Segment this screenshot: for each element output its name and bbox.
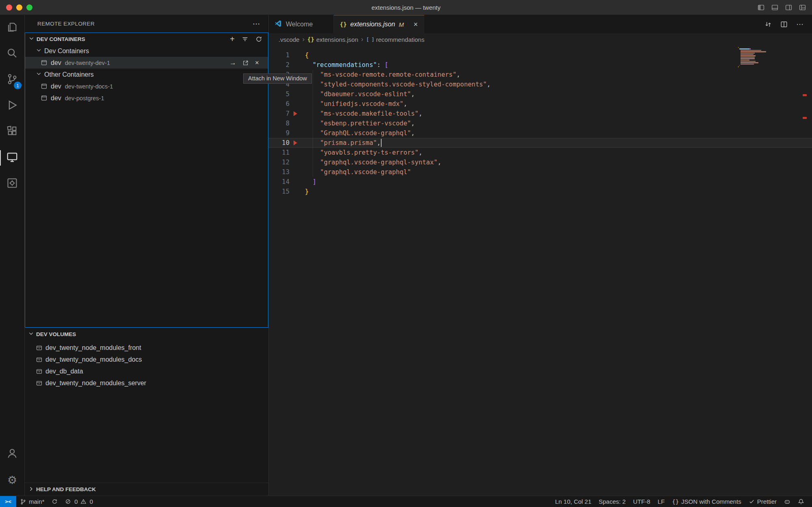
breadcrumb-symbol[interactable]: [ ] recommendations	[366, 36, 425, 43]
zoom-window-button[interactable]	[26, 4, 32, 11]
code-line[interactable]: 5 "dbaeumer.vscode-eslint",	[269, 89, 812, 99]
sidebar-item-dev-containers[interactable]	[0, 171, 24, 197]
filter-list-icon[interactable]	[242, 36, 248, 43]
volume-item[interactable]: dev_twenty_node_modules_server	[25, 377, 268, 389]
volume-item[interactable]: dev_twenty_node_modules_docs	[25, 354, 268, 365]
notifications-item[interactable]	[794, 496, 808, 507]
eol-item[interactable]: LF	[654, 496, 669, 507]
gutter[interactable]	[289, 119, 305, 128]
gutter[interactable]	[289, 157, 305, 167]
tab-welcome[interactable]: Welcome	[269, 15, 334, 33]
gutter[interactable]	[289, 138, 305, 148]
settings-button[interactable]: ⚙	[0, 467, 24, 493]
formatter-item[interactable]: Prettier	[745, 496, 780, 507]
code-line[interactable]: 7 "ms-vscode.makefile-tools",	[269, 109, 812, 119]
dev-containers-pane-header[interactable]: DEV CONTAINERS +	[25, 33, 268, 45]
volume-item[interactable]: dev_twenty_node_modules_front	[25, 342, 268, 354]
dev-volumes-pane-header[interactable]: DEV VOLUMES	[25, 328, 268, 340]
close-window-button[interactable]	[6, 4, 12, 11]
dev-containers-icon	[6, 177, 18, 191]
volume-item[interactable]: dev_db_data	[25, 365, 268, 377]
minimap-token	[758, 62, 758, 63]
sidebar-item-search[interactable]	[0, 41, 24, 67]
code-line[interactable]: 13 "graphql.vscode-graphql"	[269, 167, 812, 177]
code-line[interactable]: 4 "styled-components.vscode-styled-compo…	[269, 80, 812, 89]
remote-indicator[interactable]: ><	[0, 496, 16, 507]
new-dev-container-icon[interactable]: +	[230, 35, 235, 43]
customize-layout-icon[interactable]	[799, 4, 806, 11]
indentation-item[interactable]: Spaces: 2	[595, 496, 630, 507]
volume-label: dev_twenty_node_modules_server	[45, 380, 146, 387]
code-token: "unifiedjs.vscode-mdx"	[320, 99, 403, 109]
sidebar-item-run-debug[interactable]	[0, 93, 24, 119]
gutter[interactable]	[289, 148, 305, 157]
refresh-icon[interactable]	[255, 36, 262, 43]
gutter[interactable]	[289, 177, 305, 187]
close-tab-icon[interactable]: ×	[413, 21, 418, 28]
toggle-secondary-sidebar-icon[interactable]	[785, 4, 793, 11]
code-token: }	[305, 187, 309, 196]
container-item[interactable]: devdev-postgres-1	[25, 92, 268, 104]
gutter[interactable]	[289, 99, 305, 109]
sidebar-more-actions-icon[interactable]: ⋯	[253, 19, 261, 28]
tree-group-dev-containers[interactable]: Dev Containers	[25, 45, 268, 57]
code-line[interactable]: 8 "esbenp.prettier-vscode",	[269, 119, 812, 128]
tree-group-other-containers[interactable]: Other Containers	[25, 69, 268, 80]
code-line[interactable]: 10 "prisma.prisma",	[269, 138, 812, 148]
language-mode-item[interactable]: {} JSON with Comments	[668, 496, 745, 507]
gutter[interactable]	[289, 89, 305, 99]
gutter[interactable]	[289, 187, 305, 196]
gutter[interactable]	[289, 167, 305, 177]
code-line[interactable]: 11 "yoavbls.pretty-ts-errors",	[269, 148, 812, 157]
toggle-panel-icon[interactable]	[771, 4, 779, 11]
minimap-line	[738, 64, 770, 65]
cursor-position-item[interactable]: Ln 10, Col 21	[551, 496, 595, 507]
minimap-token	[741, 61, 755, 62]
overview-ruler-mark	[803, 94, 807, 96]
open-changes-icon[interactable]	[764, 21, 772, 28]
tab-extensions-json[interactable]: {} extensions.json M ×	[334, 15, 424, 33]
container-item[interactable]: devdev-twenty-docs-1	[25, 80, 268, 92]
code-line[interactable]: 12 "graphql.vscode-graphql-syntax",	[269, 157, 812, 167]
code-line[interactable]: 15}	[269, 187, 812, 196]
sidebar-item-source-control[interactable]: 1	[0, 67, 24, 93]
remote-icon: ><	[5, 498, 11, 505]
sidebar-item-explorer[interactable]	[0, 15, 24, 41]
breadcrumb-folder[interactable]: .vscode	[279, 36, 300, 43]
gutter[interactable]	[289, 109, 305, 119]
attach-container-icon[interactable]: →	[229, 59, 236, 67]
code-line[interactable]: 14 ]	[269, 177, 812, 187]
toggle-primary-sidebar-icon[interactable]	[757, 4, 765, 11]
sidebar-item-extensions[interactable]	[0, 119, 24, 145]
sidebar-title: REMOTE EXPLORER	[37, 21, 95, 27]
volume-label: dev_db_data	[45, 368, 83, 375]
activity-bar: 1 ⚙	[0, 15, 25, 496]
copilot-status-item[interactable]	[780, 496, 794, 507]
gutter[interactable]	[289, 128, 305, 138]
minimap-token	[738, 66, 739, 67]
sync-changes-item[interactable]	[48, 496, 61, 507]
stop-container-icon[interactable]: ×	[255, 59, 259, 67]
minimap[interactable]	[738, 47, 770, 68]
help-feedback-pane-header[interactable]: HELP AND FEEDBACK	[25, 483, 268, 496]
code-line[interactable]: 2 "recommendations": [	[269, 60, 812, 70]
problems-item[interactable]: 0 0	[61, 496, 97, 507]
gutter[interactable]	[289, 60, 305, 70]
minimize-window-button[interactable]	[16, 4, 22, 11]
code-line[interactable]: 6 "unifiedjs.vscode-mdx",	[269, 99, 812, 109]
code-editor[interactable]: 1{2 "recommendations": [3 "ms-vscode-rem…	[269, 45, 812, 496]
attach-new-window-icon[interactable]	[242, 60, 249, 66]
split-editor-icon[interactable]	[780, 21, 788, 28]
container-item[interactable]: devdev-twenty-dev-1→×	[25, 57, 268, 69]
gutter[interactable]	[289, 50, 305, 60]
dev-containers-pane-label: DEV CONTAINERS	[37, 36, 85, 42]
git-branch-item[interactable]: main*	[16, 496, 48, 507]
code-line[interactable]: 9 "GraphQL.vscode-graphql",	[269, 128, 812, 138]
breadcrumb-file[interactable]: {} extensions.json	[307, 36, 358, 43]
code-line[interactable]: 1{	[269, 50, 812, 60]
encoding-item[interactable]: UTF-8	[629, 496, 654, 507]
more-actions-icon[interactable]: ⋯	[796, 20, 804, 29]
accounts-button[interactable]	[0, 441, 24, 467]
sidebar-item-remote-explorer[interactable]	[0, 145, 24, 171]
code-line[interactable]: 3 "ms-vscode-remote.remote-containers",	[269, 70, 812, 80]
